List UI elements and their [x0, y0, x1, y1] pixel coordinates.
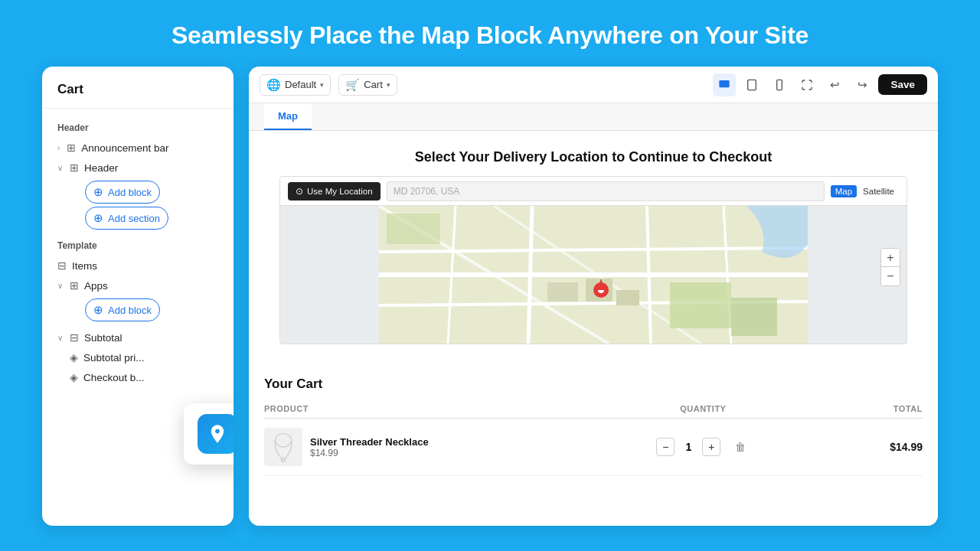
- fullscreen-btn[interactable]: [795, 73, 818, 96]
- add-section-button[interactable]: ⊕ Add section: [85, 207, 168, 230]
- subtotal-price-icon: ◈: [70, 351, 78, 364]
- grid-icon: ⊞: [67, 142, 76, 154]
- sidebar-item-subtotal-price[interactable]: ◈ Subtotal pri...: [42, 347, 234, 367]
- chevron-down-icon-3: ∨: [57, 334, 63, 342]
- sidebar-label-apps: Apps: [84, 280, 108, 292]
- col-header-total: TOTAL: [813, 404, 923, 413]
- svg-rect-0: [720, 80, 730, 87]
- qty-decrease-button[interactable]: −: [656, 438, 675, 456]
- main-area: Cart Header › ⊞ Announcement bar ∨ ⊞ Hea…: [0, 67, 980, 526]
- svg-rect-20: [616, 290, 639, 305]
- chevron-down-icon: ∨: [57, 164, 63, 172]
- topbar-actions: ↩ ↪ Save: [713, 73, 927, 96]
- header-icon: ⊞: [70, 161, 79, 174]
- map-tab[interactable]: Map: [264, 103, 312, 130]
- map-visual: + −: [280, 206, 906, 344]
- col-header-product: PRODUCT: [264, 404, 593, 413]
- editor-topbar: 🌐 Default ▾ 🛒 Cart ▾: [249, 67, 938, 103]
- block-tooltip-popup: Map Wayfinder: [184, 403, 234, 465]
- your-cart-label: Your Cart: [264, 377, 322, 391]
- desktop-view-btn[interactable]: [713, 73, 736, 96]
- default-dropdown[interactable]: 🌐 Default ▾: [260, 74, 331, 96]
- map-pin-icon: [207, 423, 228, 445]
- plus-circle-icon-3: ⊕: [93, 303, 103, 317]
- sidebar-label-subtotal: Subtotal: [84, 332, 122, 344]
- map-tab-bar: Map: [249, 103, 938, 131]
- tooltip-map-icon: [198, 414, 234, 454]
- editor-panel: 🌐 Default ▾ 🛒 Cart ▾: [249, 67, 938, 526]
- delete-item-button[interactable]: 🗑: [731, 438, 750, 456]
- caret-down-icon-2: ▾: [387, 81, 390, 89]
- sidebar-label-subtotal-price: Subtotal pri...: [83, 352, 145, 364]
- use-location-label: Use My Location: [307, 187, 373, 196]
- sidebar-section-header: Header: [42, 119, 234, 138]
- total-cell: $14.99: [813, 441, 923, 453]
- sidebar-item-checkout-btn[interactable]: ◈ Checkout b...: [42, 367, 234, 387]
- subtotal-icon: ⊟: [70, 331, 79, 344]
- map-container: ⊙ Use My Location Map Satellite: [279, 176, 907, 344]
- save-button[interactable]: Save: [878, 74, 927, 95]
- editor-content: Map Select Your Delivery Location to Con…: [249, 103, 938, 526]
- sidebar-item-apps[interactable]: ∨ ⊞ Apps: [42, 276, 234, 295]
- use-location-button[interactable]: ⊙ Use My Location: [288, 182, 381, 201]
- qty-value: 1: [681, 441, 696, 453]
- map-topbar: ⊙ Use My Location Map Satellite: [280, 177, 906, 206]
- necklace-svg: [270, 430, 297, 464]
- address-input[interactable]: [387, 181, 825, 201]
- redo-btn[interactable]: ↪: [851, 73, 874, 96]
- sidebar-item-subtotal[interactable]: ∨ ⊟ Subtotal: [42, 328, 234, 347]
- svg-point-24: [275, 433, 291, 447]
- map-svg: [280, 206, 906, 344]
- qty-increase-button[interactable]: +: [702, 438, 720, 456]
- zoom-out-button[interactable]: −: [881, 267, 900, 285]
- delivery-title: Select Your Delivery Location to Continu…: [264, 149, 923, 165]
- cart-label: Cart: [364, 79, 383, 90]
- sidebar-label-header: Header: [84, 162, 118, 174]
- sidebar-section-template: Template: [42, 237, 234, 256]
- add-block-button-apps[interactable]: ⊕ Add block: [85, 298, 160, 321]
- chevron-right-icon: ›: [57, 144, 60, 152]
- apps-icon: ⊞: [70, 279, 79, 292]
- map-type-controls: Map Satellite: [831, 185, 899, 197]
- default-label: Default: [285, 79, 316, 90]
- caret-down-icon: ▾: [320, 81, 324, 89]
- cart-dropdown[interactable]: 🛒 Cart ▾: [338, 74, 397, 96]
- tablet-view-btn[interactable]: [740, 73, 763, 96]
- zoom-in-button[interactable]: +: [881, 249, 900, 267]
- sidebar-item-header[interactable]: ∨ ⊞ Header: [42, 158, 234, 178]
- undo-btn[interactable]: ↩: [823, 73, 846, 96]
- qty-controls: − 1 + 🗑: [593, 438, 813, 456]
- sidebar-panel: Cart Header › ⊞ Announcement bar ∨ ⊞ Hea…: [42, 67, 234, 526]
- product-image: [264, 428, 302, 466]
- sidebar-label-announcement: Announcement bar: [81, 142, 168, 154]
- map-zoom-controls: + −: [880, 248, 900, 286]
- cart-icon: 🛒: [345, 78, 360, 92]
- sidebar-label-items: Items: [72, 260, 97, 272]
- location-icon: ⊙: [296, 186, 303, 197]
- cart-table-header: PRODUCT QUANTITY TOTAL: [264, 399, 923, 419]
- map-type-satellite[interactable]: Satellite: [858, 185, 899, 197]
- table-row: Silver Threader Necklace $14.99 − 1 + 🗑 …: [264, 419, 923, 476]
- sidebar-item-announcement-bar[interactable]: › ⊞ Announcement bar: [42, 138, 234, 158]
- map-type-map[interactable]: Map: [831, 185, 857, 197]
- product-cell: Silver Threader Necklace $14.99: [264, 428, 593, 466]
- col-header-quantity: QUANTITY: [593, 404, 813, 413]
- table-icon: ⊟: [57, 259, 67, 272]
- product-price: $14.99: [310, 448, 593, 458]
- delivery-section: Select Your Delivery Location to Continu…: [249, 131, 938, 369]
- svg-rect-16: [731, 298, 777, 336]
- add-block-label: Add block: [108, 187, 152, 198]
- quantity-cell: − 1 + 🗑: [593, 438, 813, 456]
- sidebar-label-checkout: Checkout b...: [83, 372, 145, 383]
- svg-rect-18: [547, 282, 578, 302]
- plus-circle-icon-2: ⊕: [93, 211, 103, 225]
- mobile-view-btn[interactable]: [768, 73, 791, 96]
- add-block-button-header[interactable]: ⊕ Add block: [85, 181, 160, 204]
- sidebar-item-items[interactable]: ⊟ Items: [42, 256, 234, 276]
- product-name: Silver Threader Necklace: [310, 436, 593, 448]
- page-title: Seamlessly Place the Map Block Anywhere …: [0, 0, 980, 67]
- cart-title: Your Cart: [264, 377, 923, 392]
- cart-section: Your Cart PRODUCT QUANTITY TOTAL: [249, 369, 938, 488]
- chevron-down-icon-2: ∨: [57, 282, 63, 290]
- add-section-label: Add section: [108, 213, 160, 224]
